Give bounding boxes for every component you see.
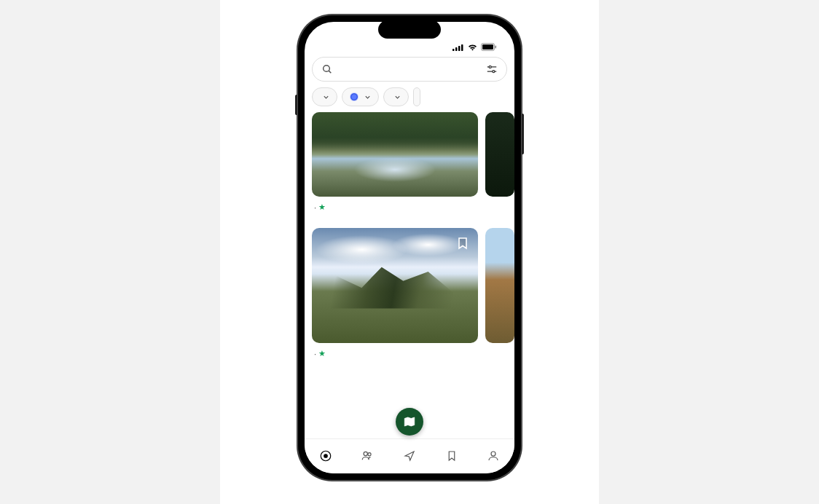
- bookmark-icon: [445, 449, 458, 462]
- search-text-input[interactable]: [339, 64, 480, 75]
- navigate-icon: [403, 449, 416, 462]
- svg-point-12: [493, 71, 495, 73]
- location-dot-icon: [350, 92, 358, 101]
- nav-navigate[interactable]: [403, 449, 416, 463]
- svg-rect-5: [482, 44, 493, 50]
- trail-card[interactable]: · ★: [312, 112, 478, 215]
- svg-rect-2: [458, 46, 461, 51]
- trail-image: [485, 228, 514, 343]
- star-icon: ★: [318, 202, 326, 212]
- svg-point-17: [491, 452, 495, 456]
- search-icon: [321, 63, 333, 75]
- signal-icon: [452, 44, 464, 51]
- nav-explore[interactable]: [319, 449, 332, 463]
- trail-image: [485, 112, 514, 197]
- chip-activity[interactable]: [383, 87, 409, 106]
- bookmark-button[interactable]: [453, 234, 472, 253]
- svg-point-7: [324, 66, 330, 72]
- compass-icon: [319, 449, 332, 462]
- trail-image: [312, 112, 478, 197]
- chevron-down-icon: [364, 94, 371, 101]
- bottom-nav: [305, 438, 514, 473]
- svg-rect-6: [495, 46, 497, 49]
- bookmark-icon: [457, 237, 469, 250]
- svg-point-10: [489, 66, 491, 68]
- trail-card[interactable]: [485, 112, 514, 215]
- people-icon: [361, 449, 374, 462]
- map-icon: [403, 415, 416, 428]
- profile-icon: [487, 449, 500, 462]
- nav-profile[interactable]: [487, 449, 500, 463]
- star-icon: ★: [318, 349, 326, 358]
- svg-line-8: [329, 71, 331, 73]
- battery-icon: [481, 43, 497, 51]
- chip-distance-away[interactable]: [342, 87, 379, 106]
- trail-card[interactable]: [485, 228, 514, 360]
- map-fab[interactable]: [396, 408, 423, 436]
- svg-point-15: [364, 452, 368, 455]
- trail-card[interactable]: · ★: [312, 228, 478, 360]
- dynamic-island: [378, 20, 441, 39]
- chip-more[interactable]: [413, 87, 420, 106]
- wifi-icon: [467, 43, 478, 51]
- svg-rect-3: [461, 44, 463, 51]
- svg-rect-1: [455, 47, 458, 51]
- nav-saved[interactable]: [445, 449, 458, 463]
- phone-frame: · ★: [297, 15, 522, 481]
- chevron-down-icon: [394, 94, 401, 101]
- nav-community[interactable]: [361, 449, 374, 463]
- svg-point-14: [324, 454, 328, 458]
- trail-image: [312, 228, 478, 343]
- search-input[interactable]: [312, 57, 507, 82]
- filter-sliders-icon[interactable]: [486, 64, 498, 74]
- chip-sort[interactable]: [312, 87, 337, 106]
- svg-rect-0: [452, 49, 455, 51]
- chevron-down-icon: [323, 94, 329, 101]
- svg-point-16: [368, 453, 371, 456]
- filter-chip-row: [305, 86, 514, 112]
